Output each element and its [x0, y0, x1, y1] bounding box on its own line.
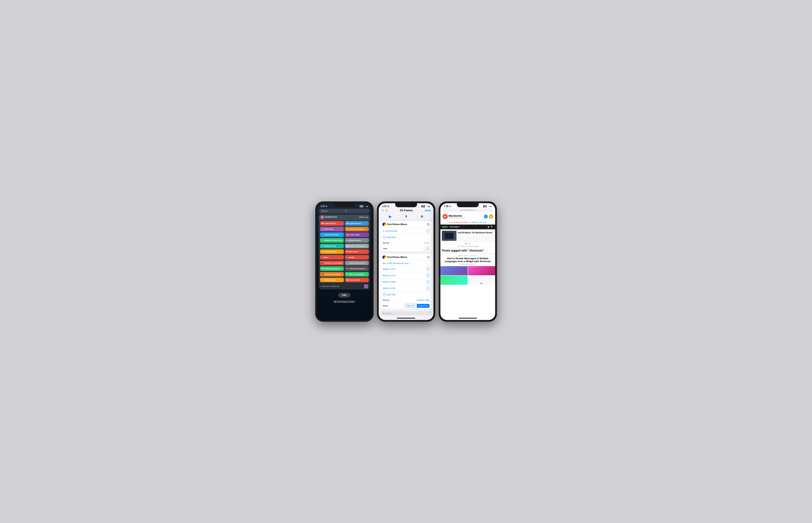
shortcut-weight[interactable]: ♀ Weight: [345, 255, 369, 259]
ms-social-icons: 𝕋 ▣: [484, 215, 493, 219]
status-icons-3: ▌▌▌ ⌐ ▬: [483, 205, 491, 207]
play-icon[interactable]: ▶: [389, 214, 392, 219]
done-button[interactable]: Done: [425, 209, 431, 212]
tasks-today-label: Tasks Today: [350, 234, 360, 236]
weight-icon: ♀: [347, 256, 348, 258]
redo-icon[interactable]: ↻: [386, 209, 388, 212]
search-icon-ms[interactable]: 🔍: [491, 226, 493, 228]
weekly-label: WEEKLY EXTRAS: [472, 221, 487, 223]
url-text: macstories.net: [463, 209, 475, 211]
dictate-scratchpad-icon: 🎤: [321, 262, 323, 264]
settings-icon[interactable]: ⊞: [421, 215, 423, 218]
word-character-icon: ▤: [347, 245, 348, 247]
ms-nav-bar: MENU ▾ SECTIONS ▾ ◑ 🔍: [440, 224, 495, 229]
battery-icon-1: ▬: [366, 205, 368, 207]
shortcut-tasks-today[interactable]: 📅 Tasks Today: [345, 232, 369, 237]
remove-2436-filter[interactable]: −: [426, 287, 429, 290]
shortcut-clipboard-link[interactable]: ✂ Clipboard Link: [320, 244, 344, 248]
redeem-itunes-label: Redeem iTunes Code: [324, 239, 342, 241]
show-less-button[interactable]: Show Less: [359, 216, 368, 218]
shortcut-frame-latest[interactable]: 📋 Frame Latest: [345, 278, 369, 282]
shortcut-waist[interactable]: ♀ Waist: [320, 255, 344, 259]
shortcut-clip-scratchpad[interactable]: ✂ Clip to Scratchpad: [345, 272, 369, 276]
wifi-icon-3: ⌐: [488, 205, 489, 207]
action-card-1: Find Photos Where ✕ Is a Screenshot − + …: [381, 221, 431, 252]
order-row: Order Oldest First Latest First: [381, 303, 431, 309]
rss-button[interactable]: ▣: [489, 215, 493, 219]
nav-menu[interactable]: MENU ▾: [442, 226, 448, 228]
word-character-label: Word & Character C...: [349, 245, 367, 247]
widget-footer: Customize in Shortcuts: [319, 283, 370, 289]
frame-latest-icon: 📋: [347, 279, 349, 281]
action-header-1: Find Photos Where ✕: [381, 221, 431, 228]
width-1125-label: Width is 1125: [383, 274, 395, 276]
share-icon[interactable]: ⬆: [405, 215, 407, 218]
photos-icon-2: [382, 255, 386, 259]
shortcut-redeem-itunes[interactable]: 🛒 Redeem iTunes Code: [320, 238, 344, 242]
add-filter-row-2[interactable]: + Add Filter: [381, 291, 431, 298]
sponsor-name[interactable]: Bear: [475, 246, 478, 247]
add-filter-icon-1: +: [383, 236, 386, 239]
nav-sections[interactable]: SECTIONS ▾: [450, 226, 460, 228]
search-icon-small: 🔍: [382, 312, 385, 314]
filter-width-2688: Width is 2688 −: [381, 279, 431, 285]
oldest-first-button[interactable]: Oldest First: [404, 304, 417, 308]
limit-toggle[interactable]: [423, 247, 429, 250]
new-widgets-label: 2 New Widgets Available: [336, 301, 354, 303]
weekly-extras-link[interactable]: ★ WEEKLY EXTRAS: [470, 221, 487, 223]
signal-icon-1: ▌▌▌: [360, 205, 364, 207]
ms-sponsor: THIS WEEK'S SPONSOR: Bear: [440, 245, 495, 248]
action-close-1[interactable]: ✕: [427, 223, 430, 226]
action-close-2[interactable]: ✕: [427, 256, 430, 259]
ms-featured: macOS Mojave: The MacStories Review: [440, 229, 495, 242]
ms-logo-icon: M: [443, 214, 448, 219]
add-filter-row-1[interactable]: + Add Filter: [381, 234, 431, 240]
dnd-menu-label: DND Menu: [324, 228, 333, 230]
search-placeholder: Search: [321, 210, 344, 212]
dot-3: [469, 243, 470, 244]
shortcut-apple-stories[interactable]: 📖 Apple Stories: [320, 221, 344, 226]
undo-icon[interactable]: ↺: [381, 209, 384, 212]
url-bar[interactable]: 🔒 macstories.net: [443, 208, 493, 212]
remove-1242-filter[interactable]: −: [426, 267, 429, 271]
shortcut-apple-rumors[interactable]: 📰 Apple Rumors: [345, 221, 369, 226]
shortcut-sexy-times[interactable]: ❤ Sexy Times: [345, 249, 369, 254]
club-macstories-link[interactable]: ★ CLUB MACSTORIES: [448, 221, 468, 223]
filter-row-screenshot: Is a Screenshot −: [381, 228, 431, 234]
filter-width-2436: Width is 2436 −: [381, 285, 431, 291]
search-bar[interactable]: Search 🎙: [319, 209, 370, 213]
sort-label-2: Sort by: [383, 299, 389, 301]
twitter-button[interactable]: 𝕋: [484, 215, 488, 219]
apple-rumors-label: Apple Rumors: [350, 222, 361, 224]
shortcut-multilingual[interactable]: 💬 Multilingual iMessag...: [320, 266, 344, 271]
shortcut-overcast-chapters[interactable]: 🎙 Overcast Chapters: [345, 227, 369, 231]
remove-1125-filter[interactable]: −: [426, 274, 429, 277]
multilingual-label: Multilingual iMessag...: [324, 268, 342, 270]
time-1: 1:37 ➤: [321, 205, 328, 208]
apple-rumors-icon: 📰: [347, 222, 349, 224]
battery-icon-3: ▬: [490, 205, 492, 207]
shortcut-overcast-play[interactable]: 🎧 Overcast Play Menu: [320, 272, 344, 276]
shortcut-dnd-menu[interactable]: 🌙 DND Menu: [320, 227, 344, 231]
home-control-icon: 🏠: [321, 279, 323, 281]
shortcuts-grid: 📖 Apple Stories 📰 Apple Rumors 🌙 DND Men…: [319, 220, 370, 283]
contrast-icon[interactable]: ◑: [487, 226, 489, 228]
remove-screenshot-filter[interactable]: −: [426, 229, 429, 233]
shortcut-home-control[interactable]: 🏠 Home Control: [320, 278, 344, 282]
overcast-play-icon: 🎧: [321, 273, 323, 275]
edit-button[interactable]: Edit: [338, 293, 350, 297]
shortcut-dictate-scratchpad[interactable]: 🎤 Dictate to Scratchpad: [320, 261, 344, 265]
shortcut-word-character[interactable]: ▤ Word & Character C...: [345, 244, 369, 248]
sexy-times-label: Sexy Times: [349, 251, 358, 253]
remove-2688-filter[interactable]: −: [426, 280, 429, 284]
shortcut-custom-shortcut[interactable]: 🔍 Shortcut Custom Sh...: [345, 266, 369, 271]
ms-logo-text: MacStories: [448, 214, 465, 217]
system-volume-label: System Volume: [348, 239, 361, 241]
shortcut-system-volume[interactable]: ≡ System Volume: [345, 238, 369, 242]
shortcut-shortcut-ideas[interactable]: 💡 Shortcut Ideas: [320, 249, 344, 254]
search-row[interactable]: 🔍 Search: [381, 311, 431, 315]
shortcut-shortcuts-thread[interactable]: 🐦 Shortcuts Thread: [320, 232, 344, 237]
latest-first-button[interactable]: Latest First: [417, 304, 429, 308]
shortcut-search-reminders[interactable]: … Search Reminders F...: [345, 261, 369, 265]
new-widgets-badge: ⓶ 2 New Widgets Available: [333, 301, 355, 303]
